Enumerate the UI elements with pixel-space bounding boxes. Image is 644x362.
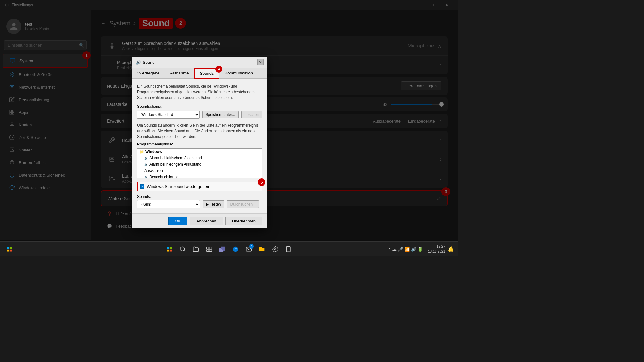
battery-icon: 🔋 — [418, 247, 423, 252]
dialog-overlay: 🔊 Sound ✕ Wiedergabe Aufnahme Sounds 4 K… — [0, 0, 458, 256]
dialog-titlebar: 🔊 Sound ✕ — [132, 57, 267, 68]
cancel-button[interactable]: Abbrechen — [190, 217, 223, 225]
sounds-select-row: (Kein) ▶ Testen Durchsuchen... — [137, 200, 262, 208]
delete-schema-button[interactable]: Löschen — [241, 111, 262, 118]
event-windows[interactable]: 📁 Windows — [137, 149, 262, 155]
apply-button[interactable]: Übernehmen — [225, 217, 262, 225]
mail-badge: 8 — [249, 244, 254, 249]
startup-sound-wrapper: Windows-Startsound wiedergeben 5 — [137, 182, 262, 191]
svg-rect-33 — [167, 247, 169, 249]
program-events-list[interactable]: 📁 Windows 🔉 Alarm bei kritischem Akkusta… — [137, 148, 262, 178]
step-5-badge: 5 — [258, 178, 265, 186]
taskbar-settings-button[interactable] — [269, 244, 281, 255]
taskbar-taskview-button[interactable] — [203, 244, 215, 255]
event-alarm-niedrig[interactable]: 🔉 Alarm bei niedrigem Akkustand — [137, 161, 262, 167]
volume-tray-icon[interactable]: 🔊 — [411, 247, 416, 252]
sound-dialog: 🔊 Sound ✕ Wiedergabe Aufnahme Sounds 4 K… — [132, 57, 267, 228]
events-label: Programmereignisse: — [137, 142, 262, 146]
cloud-icon: ☁ — [392, 247, 397, 252]
test-sound-button[interactable]: ▶ Testen — [203, 200, 224, 208]
schema-select[interactable]: Windows-Standard (Kein) — [137, 111, 200, 119]
svg-point-37 — [180, 247, 185, 251]
dialog-content: Ein Soundschema beinhaltet Sounds, die b… — [132, 79, 267, 213]
svg-rect-42 — [209, 249, 212, 251]
clock-date: 13.12.2021 — [428, 249, 445, 254]
taskbar-right: ∧ ☁ 🎤 📶 🔊 🔋 12:27 13.12.2021 🔔 — [388, 244, 454, 254]
taskbar-edge-button[interactable] — [230, 244, 241, 255]
tab-wiedergabe[interactable]: Wiedergabe — [132, 68, 165, 78]
dialog-tabs: Wiedergabe Aufnahme Sounds 4 Kommunikati… — [132, 68, 267, 79]
sounds-label: Sounds: — [137, 195, 262, 199]
svg-rect-30 — [10, 247, 12, 249]
clock-time: 12:27 — [428, 244, 445, 249]
mic-tray-icon: 🎤 — [398, 247, 403, 252]
svg-rect-35 — [167, 249, 169, 251]
wifi-tray-icon: 📶 — [404, 247, 410, 252]
svg-rect-41 — [207, 249, 209, 251]
startup-sound-row: Windows-Startsound wiedergeben — [137, 182, 262, 191]
start-button[interactable] — [4, 244, 15, 255]
schema-row: Windows-Standard (Kein) Speichern unter.… — [137, 111, 262, 119]
sound-item-icon: 🔉 — [144, 156, 148, 160]
sound-item-icon-3: 🔉 — [144, 175, 148, 179]
save-schema-button[interactable]: Speichern unter... — [202, 111, 239, 118]
svg-rect-32 — [10, 249, 12, 251]
svg-rect-36 — [170, 249, 172, 251]
taskbar: 8 ∧ ☁ 🎤 📶 🔊 🔋 12:27 13.12.2021 🔔 — [0, 241, 458, 256]
tab-sounds[interactable]: Sounds 4 — [194, 68, 219, 79]
event-benachrichtigung[interactable]: 🔉 Benachrichtigung — [137, 174, 262, 178]
sound-item-icon-2: 🔉 — [144, 163, 148, 166]
ok-button[interactable]: OK — [168, 217, 187, 225]
svg-point-43 — [275, 248, 276, 250]
svg-rect-39 — [207, 247, 209, 249]
startup-sound-label: Windows-Startsound wiedergeben — [147, 184, 209, 189]
taskbar-phone-button[interactable] — [283, 244, 294, 255]
folder-icon: 📁 — [139, 150, 144, 154]
tab-kommunikation[interactable]: Kommunikation — [219, 68, 258, 78]
taskbar-windows-button[interactable] — [164, 244, 175, 255]
chevron-up-icon[interactable]: ∧ — [388, 247, 391, 251]
taskbar-mail-button[interactable]: 8 — [243, 244, 254, 255]
event-auswaehlen[interactable]: Auswählen — [137, 167, 262, 174]
sound-dialog-icon: 🔊 — [136, 60, 141, 65]
taskbar-explorer2-button[interactable] — [256, 244, 268, 255]
dialog-close-button[interactable]: ✕ — [257, 59, 264, 65]
svg-rect-31 — [7, 249, 9, 251]
taskbar-left — [4, 244, 15, 255]
taskbar-teams-button[interactable] — [217, 244, 228, 255]
svg-line-38 — [184, 250, 185, 251]
dialog-footer: OK Abbrechen Übernehmen — [132, 213, 267, 228]
svg-rect-34 — [170, 247, 172, 249]
browse-sound-button[interactable]: Durchsuchen... — [227, 200, 259, 208]
change-info: Um Sounds zu ändern, klicken Sie in der … — [137, 123, 262, 140]
event-alarm-kritisch[interactable]: 🔉 Alarm bei kritischem Akkustand — [137, 155, 262, 161]
taskbar-search-button[interactable] — [177, 244, 188, 255]
svg-rect-40 — [209, 247, 212, 249]
tab-aufnahme[interactable]: Aufnahme — [165, 68, 194, 78]
dialog-title-text: 🔊 Sound — [136, 60, 155, 65]
notification-icon[interactable]: 🔔 — [448, 246, 454, 252]
sounds-select[interactable]: (Kein) — [137, 200, 200, 208]
svg-rect-29 — [7, 247, 9, 249]
startup-sound-checkbox[interactable] — [140, 184, 144, 189]
schema-label: Soundschema: — [137, 104, 262, 109]
time-display: 12:27 13.12.2021 — [428, 244, 445, 254]
taskbar-explorer-button[interactable] — [190, 244, 202, 255]
dialog-description: Ein Soundschema beinhaltet Sounds, die b… — [137, 84, 262, 101]
taskbar-center: 8 — [164, 244, 294, 255]
tray-icons: ∧ ☁ 🎤 📶 🔊 🔋 — [388, 247, 423, 252]
